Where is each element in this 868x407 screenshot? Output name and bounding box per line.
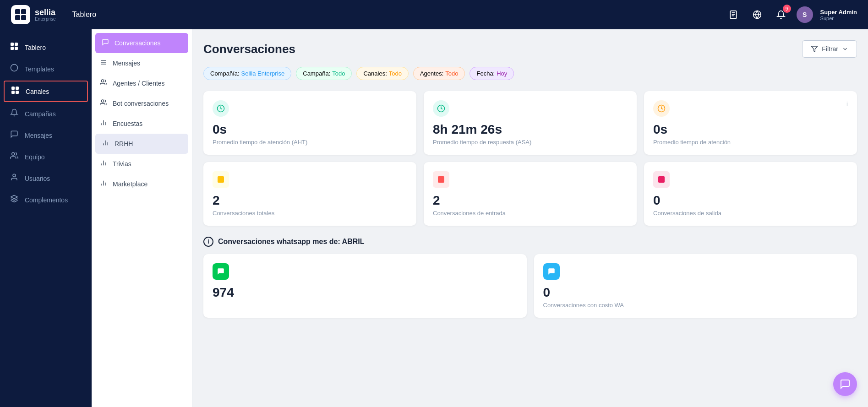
wa-value-total: 974 [213,285,518,300]
filter-tag-date[interactable]: Fecha: Hoy [469,67,514,80]
stat-card-salida: 0 Conversaciones de salida [644,162,857,226]
sub-sidebar-label-encuestas: Encuestas [113,120,142,127]
stat-label-entrada: Conversaciones de entrada [433,210,628,217]
stat-label-promedio: Promedio tiempo de atención [653,139,848,146]
agents-value: Todo [445,70,458,77]
stat-icon-total [213,171,229,188]
sidebar-item-mensajes[interactable]: Mensajes [0,125,92,146]
stat-icon-salida [653,171,670,188]
filter-tag-company[interactable]: Compañía: Sellia Enterprise [203,67,291,80]
sub-sidebar-item-trivias[interactable]: Trivias [92,154,192,174]
sub-sidebar-item-bot[interactable]: Bot conversaciones [92,93,192,114]
stat-card-aht: 0s Promedio tiempo de atención (AHT) [203,91,416,155]
company-label: Compañía: [210,70,240,77]
stat-icon-promedio [653,100,670,117]
wa-icon-blue [543,263,560,280]
sidebar-item-campanas[interactable]: Campañas [0,103,92,125]
logo-icon [11,5,30,24]
mensajes-sub-icon [99,59,108,68]
svg-rect-15 [11,91,15,94]
translate-icon-btn[interactable] [749,6,765,23]
svg-rect-0 [15,9,20,14]
wa-value-cost: 0 [543,285,848,300]
filter-tag-agents[interactable]: Agentes: Todo [413,67,465,80]
channels-label: Canales: [363,70,387,77]
rrhh-sub-icon [101,139,110,148]
wa-icon-green [213,263,229,280]
sidebar-item-equipo[interactable]: Equipo [0,146,92,168]
svg-point-12 [11,65,18,71]
wa-card-total: 974 [203,254,527,318]
complementos-icon [9,195,19,205]
filter-button[interactable]: Filtrar [802,40,857,58]
chevron-down-icon [842,46,848,52]
sub-sidebar-item-agentes[interactable]: Agentes / Clientes [92,73,192,93]
sub-sidebar-label-marketplace: Marketplace [113,180,147,188]
sidebar-label-usuarios: Usuarios [25,175,50,182]
filter-tag-channels[interactable]: Canales: Todo [356,67,409,80]
sub-sidebar-label-conversaciones: Conversaciones [115,39,160,47]
user-info: Super Admin Super [820,9,857,21]
sub-sidebar-item-marketplace[interactable]: Marketplace [92,174,192,194]
tablero-icon [9,42,19,53]
header-right: 9 S Super Admin Super [725,6,857,23]
stat-label-asa: Promedio tiempo de respuesta (ASA) [433,139,628,146]
wa-header: i Conversaciones whatsapp mes de: ABRIL [203,237,857,247]
mensajes-icon [9,130,19,141]
templates-icon [9,64,19,74]
sidebar-item-tablero[interactable]: Tablero [0,37,92,58]
sidebar-label-tablero: Tablero [25,44,46,51]
sub-sidebar-label-bot: Bot conversaciones [113,100,169,107]
conversaciones-sub-icon [101,38,110,48]
stat-label-total: Conversaciones totales [213,210,407,217]
stat-value-promedio: 0s [653,122,848,137]
sub-sidebar-label-trivias: Trivias [113,160,131,168]
svg-rect-40 [218,176,224,183]
wa-section: i Conversaciones whatsapp mes de: ABRIL … [203,237,857,318]
main-content: Conversaciones Filtrar Compañía: Sellia … [192,29,868,407]
filter-icon [811,45,818,53]
sidebar-item-canales[interactable]: Canales [4,81,88,102]
sidebar-item-usuarios[interactable]: Usuarios [0,168,92,189]
sub-sidebar-item-conversaciones[interactable]: Conversaciones [95,33,188,53]
sub-sidebar-item-rrhh[interactable]: RRHH [95,134,188,154]
usuarios-icon [9,173,19,184]
stat-icon-entrada [433,171,449,188]
sidebar-item-templates[interactable]: Templates [0,58,92,80]
sidebar-item-complementos[interactable]: Complementos [0,189,92,211]
header: sellia Enterprise Tablero 9 [0,0,868,29]
chat-fab-button[interactable] [833,372,857,396]
svg-rect-3 [21,15,26,20]
info-icon-promedio[interactable]: i [846,100,848,107]
campaign-value: Todo [332,70,345,77]
stat-value-aht: 0s [213,122,407,137]
stat-label-salida: Conversaciones de salida [653,210,848,217]
svg-rect-11 [15,47,18,50]
encuestas-sub-icon [99,119,108,128]
channels-value: Todo [389,70,402,77]
sub-sidebar-label-mensajes: Mensajes [113,60,140,67]
header-title: Tablero [72,11,96,19]
canales-icon [10,86,20,97]
page-header: Conversaciones Filtrar [203,40,857,58]
filter-tag-campaign[interactable]: Campaña: Todo [296,67,352,80]
sub-sidebar-item-encuestas[interactable]: Encuestas [92,114,192,134]
agentes-sub-icon [99,79,108,88]
stat-label-aht: Promedio tiempo de atención (AHT) [213,139,407,146]
document-icon-btn[interactable] [725,6,742,23]
user-avatar[interactable]: S [797,6,813,23]
header-left: sellia Enterprise Tablero [11,5,96,24]
stat-value-salida: 0 [653,193,848,208]
equipo-icon [9,152,19,162]
logo-area: sellia Enterprise [11,5,56,24]
bot-sub-icon [99,99,108,108]
sub-sidebar-item-mensajes[interactable]: Mensajes [92,53,192,73]
stat-value-entrada: 2 [433,193,628,208]
notification-icon-btn[interactable]: 9 [773,6,789,23]
content-area: Conversaciones Mensajes [92,29,868,407]
agents-label: Agentes: [420,70,443,77]
campaign-label: Campaña: [303,70,330,77]
wa-label-cost: Conversaciones con costo WA [543,302,848,309]
wa-info-icon: i [203,237,213,247]
date-value: Hoy [497,70,507,77]
